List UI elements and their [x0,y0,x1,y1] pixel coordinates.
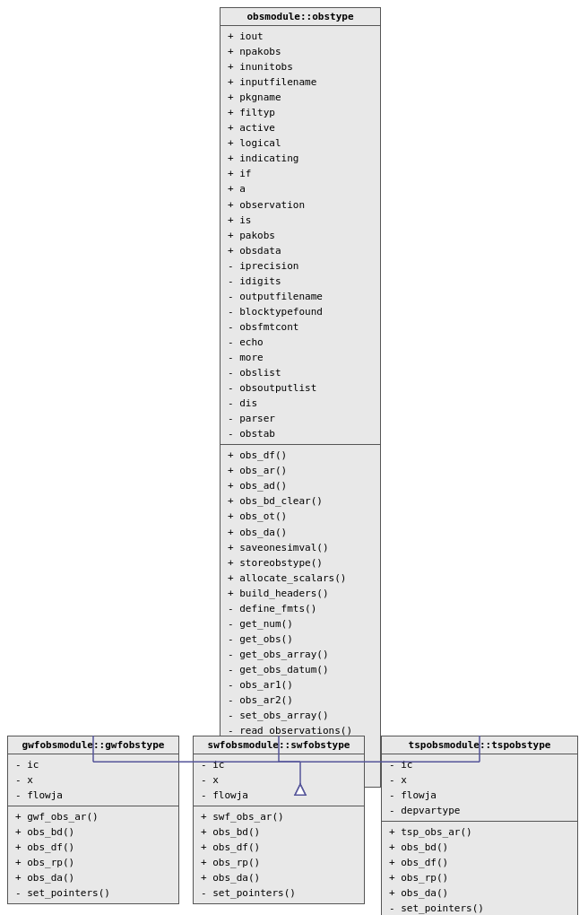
method-line: + swf_obs_ar() [201,809,357,824]
method-line: + obs_df() [228,448,373,463]
attr-line: + a [228,181,373,196]
attr-line: + active [228,120,373,135]
swf-class-methods: + swf_obs_ar() + obs_bd() + obs_df() + o… [194,806,364,903]
tsp-class-title: tspobsmodule::tspobstype [382,736,577,754]
attr-line: + filtyp [228,105,373,120]
attr-line: - more [228,350,373,365]
attr-line: - x [389,772,570,788]
method-line: - get_num() [228,616,373,632]
method-line: + obs_df() [15,840,171,855]
attr-line: - ic [201,757,357,772]
method-line: + obs_df() [389,855,570,870]
method-line: - get_obs_array() [228,647,373,662]
method-line: - get_obs() [228,632,373,647]
attr-line: - outputfilename [228,289,373,304]
tsp-class-attributes: - ic - x - flowja - depvartype [382,754,577,822]
swf-class-attributes: - ic - x - flowja [194,754,364,806]
attr-line: + pakobs [228,228,373,243]
attr-line: - obsfmtcont [228,319,373,335]
method-line: + obs_rp() [15,855,171,870]
main-class-box: obsmodule::obstype + iout + npakobs + in… [220,7,381,788]
attr-line: - depvartype [389,803,570,818]
attr-line: - ic [389,757,570,772]
method-line: - set_pointers() [389,901,570,915]
method-line: - obs_ar2() [228,693,373,708]
attr-line: - flowja [201,788,357,803]
method-line: + obs_bd() [201,824,357,840]
attr-line: + is [228,213,373,228]
method-line: + obs_rp() [201,855,357,870]
method-line: + obs_df() [201,840,357,855]
method-line: + build_headers() [228,586,373,601]
tsp-class-box: tspobsmodule::tspobstype - ic - x - flow… [381,736,578,915]
tsp-class-methods: + tsp_obs_ar() + obs_bd() + obs_df() + o… [382,822,577,915]
attr-line: + obsdata [228,243,373,258]
attr-line: - flowja [15,788,171,803]
method-line: + obs_rp() [389,870,570,885]
method-line: + obs_ar() [228,463,373,478]
method-line: + obs_da() [201,870,357,885]
swf-class-box: swfobsmodule::swfobstype - ic - x - flow… [193,736,365,904]
method-line: + saveonesimval() [228,540,373,555]
method-line: + obs_bd_clear() [228,493,373,509]
method-line: + obs_da() [389,885,570,901]
attr-line: + indicating [228,151,373,166]
main-class-title: obsmodule::obstype [220,8,380,26]
attr-line: + observation [228,197,373,213]
attr-line: - flowja [389,788,570,803]
gwf-class-attributes: - ic - x - flowja [8,754,178,806]
attr-line: - ic [15,757,171,772]
attr-line: - dis [228,396,373,411]
main-class-attributes: + iout + npakobs + inunitobs + inputfile… [220,26,380,445]
attr-line: + inunitobs [228,59,373,74]
attr-line: - obsoutputlist [228,380,373,396]
method-line: + obs_ad() [228,478,373,493]
attr-line: - obstab [228,426,373,441]
method-line: + obs_da() [15,870,171,885]
gwf-class-box: gwfobsmodule::gwfobstype - ic - x - flow… [7,736,179,904]
gwf-class-title: gwfobsmodule::gwfobstype [8,736,178,754]
method-line: - get_obs_datum() [228,662,373,677]
attr-line: + npakobs [228,44,373,59]
method-line: + allocate_scalars() [228,571,373,586]
method-line: + obs_da() [228,525,373,540]
attr-line: - parser [228,411,373,426]
attr-line: - echo [228,335,373,350]
method-line: + obs_bd() [389,840,570,855]
attr-line: + inputfilename [228,74,373,90]
method-line: - set_pointers() [201,885,357,901]
attr-line: - blocktypefound [228,304,373,319]
method-line: + obs_ot() [228,509,373,524]
attr-line: - obslist [228,365,373,380]
method-line: + storeobstype() [228,555,373,571]
gwf-class-methods: + gwf_obs_ar() + obs_bd() + obs_df() + o… [8,806,178,903]
method-line: - set_obs_array() [228,708,373,723]
attr-line: - iprecision [228,258,373,274]
attr-line: - x [15,772,171,788]
method-line: + gwf_obs_ar() [15,809,171,824]
attr-line: - idigits [228,274,373,289]
attr-line: - x [201,772,357,788]
method-line: - obs_ar1() [228,677,373,693]
method-line: + tsp_obs_ar() [389,824,570,840]
method-line: - set_pointers() [15,885,171,901]
attr-line: + iout [228,29,373,44]
attr-line: + pkgname [228,90,373,105]
attr-line: + if [228,166,373,181]
method-line: + obs_bd() [15,824,171,840]
method-line: - define_fmts() [228,601,373,616]
swf-class-title: swfobsmodule::swfobstype [194,736,364,754]
diagram-container: obsmodule::obstype + iout + npakobs + in… [0,0,588,915]
attr-line: + logical [228,135,373,151]
